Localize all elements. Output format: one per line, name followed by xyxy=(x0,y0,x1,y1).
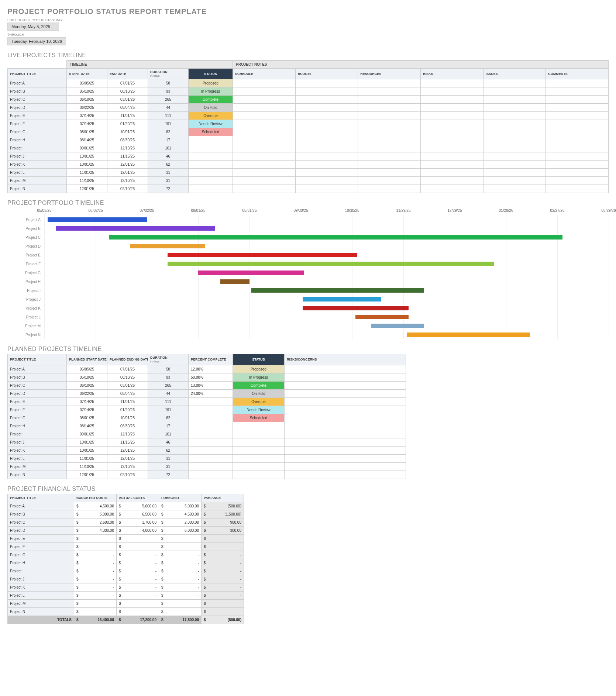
cell-risks[interactable] xyxy=(285,454,406,462)
cell-schedule[interactable] xyxy=(233,79,296,87)
cell-forecast[interactable]: $2,300.00 xyxy=(159,518,202,526)
cell-budget[interactable]: $2,600.00 xyxy=(74,518,117,526)
cell-risks[interactable] xyxy=(285,422,406,430)
cell-percent[interactable] xyxy=(189,462,233,471)
period-start-date[interactable]: Monday, May 5, 2025 xyxy=(7,23,59,31)
cell-budget[interactable]: $- xyxy=(74,559,117,567)
cell-status[interactable] xyxy=(189,185,233,193)
cell-forecast[interactable]: $4,500.00 xyxy=(159,510,202,518)
cell-risks[interactable] xyxy=(421,177,483,185)
cell-forecast[interactable]: $- xyxy=(159,575,202,583)
cell-actual[interactable]: $- xyxy=(117,559,159,567)
cell-budget[interactable]: $- xyxy=(74,583,117,591)
cell-actual[interactable]: $- xyxy=(117,575,159,583)
cell-status[interactable] xyxy=(189,136,233,144)
cell-percent[interactable] xyxy=(189,430,233,438)
cell-risks[interactable] xyxy=(421,96,483,104)
cell-forecast[interactable]: $- xyxy=(159,559,202,567)
cell-issues[interactable] xyxy=(483,185,546,193)
cell-risks[interactable] xyxy=(285,365,406,373)
table-row[interactable]: Project B 05/10/25 08/10/25 93 In Progre… xyxy=(8,87,609,96)
table-row[interactable]: Project I $- $- $- $- xyxy=(8,567,244,575)
through-date[interactable]: Tuesday, February 10, 2026 xyxy=(7,37,66,45)
table-row[interactable]: Project H $- $- $- $- xyxy=(8,559,244,567)
table-row[interactable]: Project J 10/01/25 11/15/25 46 xyxy=(8,438,406,446)
cell-budget[interactable]: $- xyxy=(74,567,117,575)
cell-budget[interactable] xyxy=(295,104,358,112)
cell-comments[interactable] xyxy=(546,112,609,120)
cell-resources[interactable] xyxy=(358,128,421,136)
table-row[interactable]: Project N $- $- $- $- xyxy=(8,607,244,616)
cell-comments[interactable] xyxy=(546,144,609,152)
cell-budget[interactable]: $4,300.00 xyxy=(74,526,117,534)
table-row[interactable]: Project L $- $- $- $- xyxy=(8,591,244,599)
gantt-bar[interactable] xyxy=(303,297,381,302)
table-row[interactable]: Project J $- $- $- $- xyxy=(8,575,244,583)
cell-actual[interactable]: $- xyxy=(117,534,159,542)
table-row[interactable]: Project G 08/01/25 10/01/25 62 Scheduled xyxy=(8,128,609,136)
cell-budget[interactable]: $- xyxy=(74,542,117,551)
cell-status[interactable] xyxy=(233,454,285,462)
cell-actual[interactable]: $6,500.00 xyxy=(117,510,159,518)
cell-comments[interactable] xyxy=(546,120,609,128)
cell-budget[interactable]: $5,000.00 xyxy=(74,510,117,518)
cell-status[interactable]: Proposed xyxy=(233,365,285,373)
cell-actual[interactable]: $- xyxy=(117,599,159,607)
cell-budget[interactable] xyxy=(295,136,358,144)
cell-budget[interactable] xyxy=(295,144,358,152)
table-row[interactable]: Project C 06/10/25 03/01/26 265 13.00% C… xyxy=(8,381,406,389)
gantt-bar[interactable] xyxy=(168,262,494,266)
cell-status[interactable] xyxy=(233,446,285,454)
cell-budget[interactable] xyxy=(295,161,358,169)
cell-actual[interactable]: $- xyxy=(117,567,159,575)
cell-risks[interactable] xyxy=(421,144,483,152)
cell-risks[interactable] xyxy=(285,397,406,406)
table-row[interactable]: Project F 07/14/25 01/20/26 191 Needs Re… xyxy=(8,120,609,128)
table-row[interactable]: Project N 12/01/25 02/10/26 72 xyxy=(8,471,406,479)
cell-forecast[interactable]: $- xyxy=(159,551,202,559)
cell-schedule[interactable] xyxy=(233,169,296,177)
cell-issues[interactable] xyxy=(483,96,546,104)
cell-percent[interactable] xyxy=(189,446,233,454)
table-row[interactable]: Project G 08/01/25 10/01/25 62 Scheduled xyxy=(8,414,406,422)
gantt-bar[interactable] xyxy=(109,235,562,240)
cell-status[interactable]: Scheduled xyxy=(233,414,285,422)
table-row[interactable]: Project K 10/01/25 12/01/25 62 xyxy=(8,446,406,454)
cell-schedule[interactable] xyxy=(233,144,296,152)
gantt-bar[interactable] xyxy=(407,333,530,337)
cell-resources[interactable] xyxy=(358,152,421,161)
cell-forecast[interactable]: $- xyxy=(159,607,202,616)
cell-status[interactable]: In Progress xyxy=(189,87,233,96)
cell-issues[interactable] xyxy=(483,177,546,185)
cell-schedule[interactable] xyxy=(233,87,296,96)
table-row[interactable]: Project A 05/05/25 07/01/25 58 Proposed xyxy=(8,79,609,87)
cell-resources[interactable] xyxy=(358,144,421,152)
gantt-bar[interactable] xyxy=(371,324,424,328)
cell-risks[interactable] xyxy=(285,471,406,479)
cell-schedule[interactable] xyxy=(233,128,296,136)
cell-resources[interactable] xyxy=(358,169,421,177)
cell-resources[interactable] xyxy=(358,185,421,193)
cell-budget[interactable]: $- xyxy=(74,534,117,542)
gantt-bar[interactable] xyxy=(303,306,409,310)
table-row[interactable]: Project M 11/10/25 12/10/25 31 xyxy=(8,177,609,185)
cell-status[interactable] xyxy=(233,430,285,438)
cell-budget[interactable]: $- xyxy=(74,551,117,559)
cell-risks[interactable] xyxy=(285,462,406,471)
table-row[interactable]: Project N 12/01/25 02/10/26 72 xyxy=(8,185,609,193)
cell-risks[interactable] xyxy=(421,169,483,177)
cell-schedule[interactable] xyxy=(233,177,296,185)
gantt-bar[interactable] xyxy=(48,217,147,222)
cell-status[interactable]: In Progress xyxy=(233,373,285,381)
cell-risks[interactable] xyxy=(285,406,406,414)
table-row[interactable]: Project L 11/01/25 12/01/25 31 xyxy=(8,169,609,177)
cell-issues[interactable] xyxy=(483,128,546,136)
cell-forecast[interactable]: $6,000.00 xyxy=(159,526,202,534)
table-row[interactable]: Project E $- $- $- $- xyxy=(8,534,244,542)
cell-percent[interactable] xyxy=(189,422,233,430)
cell-budget[interactable]: $- xyxy=(74,607,117,616)
cell-status[interactable] xyxy=(189,169,233,177)
table-row[interactable]: Project K 10/01/25 12/01/25 62 xyxy=(8,161,609,169)
cell-risks[interactable] xyxy=(285,446,406,454)
cell-percent[interactable]: 50.00% xyxy=(189,373,233,381)
